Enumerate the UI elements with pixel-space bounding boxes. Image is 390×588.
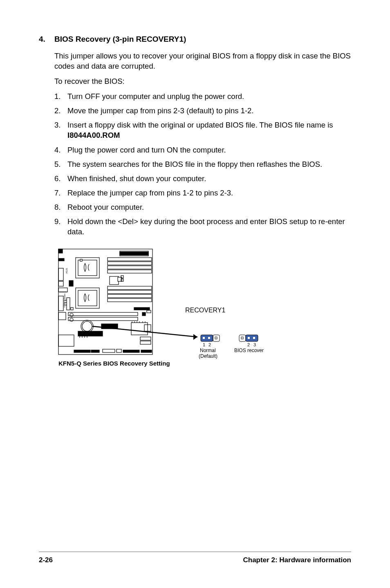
page-number: 2-26	[39, 556, 53, 564]
svg-rect-7	[108, 266, 152, 269]
step-number: 5.	[54, 159, 67, 170]
svg-rect-56	[117, 349, 121, 352]
svg-rect-49	[140, 341, 151, 344]
svg-rect-18	[110, 276, 119, 285]
svg-rect-24	[58, 288, 67, 292]
intro-paragraph: This jumper allows you to recover your o…	[54, 51, 351, 72]
svg-line-66	[92, 326, 197, 337]
svg-rect-27	[68, 312, 138, 316]
svg-text:(Default): (Default)	[199, 353, 217, 359]
step-6: 6. When finished, shut down your compute…	[54, 174, 351, 184]
step-number: 1.	[54, 92, 67, 102]
svg-point-32	[82, 321, 92, 331]
svg-rect-14	[108, 286, 152, 290]
svg-rect-30	[58, 335, 74, 346]
step-3: 3. Insert a floppy disk with the origina…	[39, 120, 351, 141]
svg-rect-69	[203, 337, 205, 339]
svg-rect-23	[58, 281, 63, 286]
svg-rect-51	[147, 310, 151, 313]
svg-rect-70	[208, 337, 210, 339]
svg-text:2: 2	[247, 342, 250, 347]
svg-rect-57	[123, 350, 139, 352]
step-number: 4.	[54, 145, 67, 155]
svg-rect-8	[108, 270, 152, 273]
step-number: 7.	[54, 188, 67, 198]
chapter-title: Chapter 2: Hardware information	[243, 556, 352, 564]
step-text: Move the jumper cap from pins 2-3 (defau…	[67, 106, 351, 116]
section-number: 4.	[39, 35, 54, 44]
step-text-prefix: Insert a floppy disk with the original o…	[67, 121, 333, 129]
step-9: 9. Hold down the <Del> key during the bo…	[54, 217, 351, 237]
svg-rect-71	[213, 335, 220, 341]
svg-rect-2	[58, 258, 64, 261]
step-text: Insert a floppy disk with the original o…	[67, 120, 351, 141]
svg-rect-29	[58, 312, 66, 320]
step-2: 2. Move the jumper cap from pins 2-3 (de…	[54, 106, 351, 116]
svg-rect-1	[58, 249, 63, 253]
svg-point-60	[70, 318, 73, 321]
svg-rect-11	[80, 259, 82, 261]
subhead: To recover the BIOS:	[54, 76, 351, 87]
motherboard-diagram-svg: ASUS KFN5-Q Series RECOVERY1 1 2 Normal …	[54, 247, 283, 374]
svg-rect-65	[71, 307, 73, 310]
section-header: 4. BIOS Recovery (3-pin RECOVERY1)	[39, 35, 351, 44]
main-text: This jumper allows you to recover your o…	[54, 51, 351, 237]
svg-rect-48	[140, 337, 151, 340]
step-number: 6.	[54, 174, 67, 184]
svg-rect-53	[74, 350, 90, 352]
svg-text:1: 1	[203, 342, 205, 347]
svg-rect-4	[120, 252, 148, 255]
svg-rect-77	[239, 335, 246, 341]
svg-rect-10	[78, 260, 97, 276]
step-7: 7. Replace the jumper cap from pins 1-2 …	[54, 188, 351, 198]
page-content: 4. BIOS Recovery (3-pin RECOVERY1) This …	[39, 35, 351, 374]
svg-rect-13	[78, 290, 97, 306]
step-5: 5. The system searches for the BIOS file…	[54, 159, 351, 170]
svg-rect-81	[253, 337, 255, 339]
svg-rect-55	[103, 349, 115, 352]
svg-rect-79	[246, 335, 258, 341]
svg-rect-78	[241, 337, 243, 339]
svg-point-59	[70, 313, 73, 316]
svg-rect-9	[76, 258, 99, 278]
svg-rect-72	[215, 337, 217, 339]
svg-rect-16	[108, 294, 152, 298]
svg-rect-52	[142, 312, 146, 316]
step-text: The system searches for the BIOS file in…	[67, 159, 351, 170]
step-4: 4. Plug the power cord and turn ON the c…	[54, 145, 351, 155]
step-text: When finished, shut down your computer.	[67, 174, 351, 184]
svg-rect-31	[69, 281, 73, 286]
step-1: 1. Turn OFF your computer and unplug the…	[54, 92, 351, 102]
svg-text:BIOS recover: BIOS recover	[234, 348, 264, 353]
step-number: 8.	[54, 202, 67, 213]
step-text: Turn OFF your computer and unplug the po…	[67, 92, 351, 102]
svg-rect-15	[108, 290, 152, 294]
svg-rect-22	[58, 268, 63, 281]
section-title: BIOS Recovery (3-pin RECOVERY1)	[54, 35, 186, 44]
svg-rect-28	[68, 317, 138, 321]
step-text: Plug the power cord and turn ON the comp…	[67, 145, 351, 155]
svg-rect-5	[108, 258, 152, 261]
step-text: Reboot your computer.	[67, 202, 351, 213]
svg-rect-61	[67, 298, 70, 310]
svg-rect-17	[108, 298, 152, 302]
svg-rect-50	[134, 307, 150, 310]
svg-text:Normal: Normal	[200, 348, 216, 353]
svg-marker-67	[193, 334, 197, 340]
svg-rect-26	[58, 296, 63, 311]
board-model-label: KFN5-Q Series	[63, 293, 66, 307]
step-8: 8. Reboot your computer.	[54, 202, 351, 213]
step-text: Replace the jumper cap from pins 1-2 to …	[67, 188, 351, 198]
asus-label: ASUS	[65, 267, 68, 273]
diagram-caption: KFN5-Q Series BIOS Recovery Setting	[58, 360, 170, 367]
svg-text:3: 3	[253, 342, 256, 347]
svg-rect-54	[91, 350, 99, 352]
svg-rect-35	[78, 331, 103, 336]
diagram-container: ASUS KFN5-Q Series RECOVERY1 1 2 Normal …	[54, 247, 283, 374]
step-number: 2.	[54, 106, 67, 116]
page-footer: 2-26 Chapter 2: Hardware information	[39, 552, 351, 564]
svg-rect-6	[108, 262, 152, 265]
svg-rect-68	[201, 335, 213, 341]
svg-rect-12	[76, 288, 99, 308]
step-text: Hold down the <Del> key during the boot …	[67, 217, 351, 237]
